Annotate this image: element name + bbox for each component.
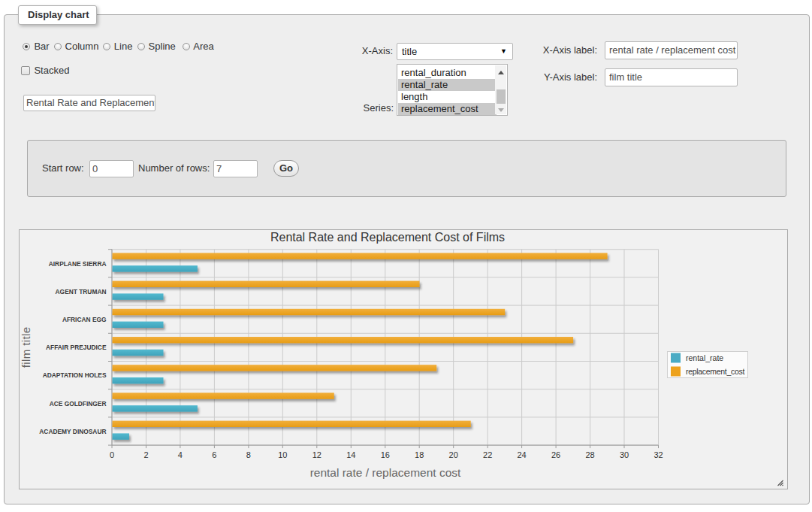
svg-text:26: 26: [551, 450, 560, 459]
svg-text:AIRPLANE SIERRA: AIRPLANE SIERRA: [49, 260, 107, 268]
svg-text:ACADEMY DINOSAUR: ACADEMY DINOSAUR: [39, 428, 106, 435]
svg-text:10: 10: [278, 450, 287, 459]
svg-text:32: 32: [654, 450, 663, 459]
svg-text:16: 16: [381, 450, 390, 459]
svg-text:film title: film title: [20, 326, 33, 368]
svg-text:20: 20: [449, 450, 458, 459]
svg-text:24: 24: [517, 450, 526, 459]
svg-text:Rental Rate and Replacement Co: Rental Rate and Replacement Cost of Film…: [270, 231, 505, 244]
svg-text:18: 18: [415, 450, 424, 459]
svg-text:22: 22: [483, 450, 492, 459]
svg-text:AFFAIR PREJUDICE: AFFAIR PREJUDICE: [46, 344, 107, 351]
svg-text:4: 4: [178, 450, 183, 459]
svg-text:ACE GOLDFINGER: ACE GOLDFINGER: [50, 400, 107, 407]
svg-text:replacement_cost: replacement_cost: [686, 367, 744, 376]
svg-text:8: 8: [246, 450, 251, 459]
svg-text:AFRICAN EGG: AFRICAN EGG: [62, 316, 107, 323]
svg-text:14: 14: [346, 450, 355, 459]
svg-text:2: 2: [143, 450, 148, 459]
svg-text:30: 30: [620, 450, 629, 459]
svg-text:6: 6: [212, 450, 216, 459]
svg-text:28: 28: [585, 450, 594, 459]
svg-text:AGENT TRUMAN: AGENT TRUMAN: [56, 288, 107, 295]
svg-text:ADAPTATION HOLES: ADAPTATION HOLES: [43, 371, 107, 379]
svg-text:rental rate / replacement cost: rental rate / replacement cost: [310, 466, 461, 479]
svg-text:0: 0: [110, 450, 114, 459]
svg-text:rental_rate: rental_rate: [686, 353, 723, 362]
svg-text:12: 12: [312, 450, 321, 459]
